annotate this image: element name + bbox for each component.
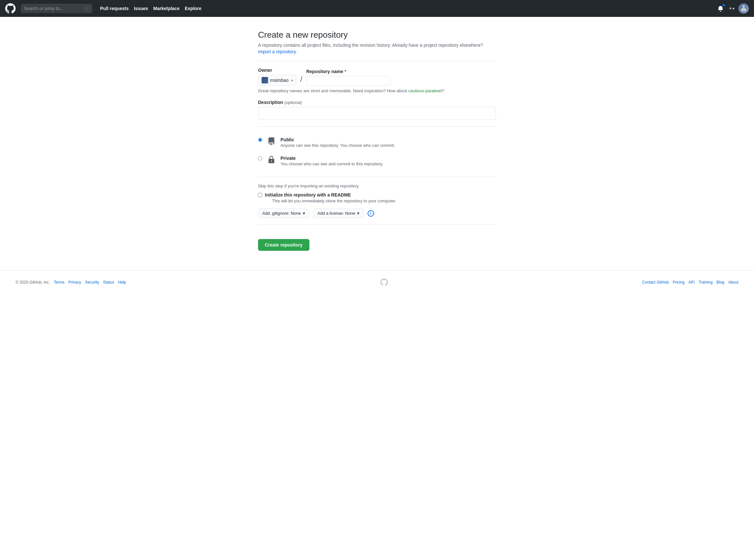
footer-status[interactable]: Status	[103, 280, 114, 284]
path-separator: /	[299, 75, 304, 86]
slash-key: /	[84, 5, 90, 12]
gitignore-label: Add .gitignore: None	[262, 211, 301, 216]
nav-explore[interactable]: Explore	[185, 6, 201, 11]
nav-links: Pull requests Issues Marketplace Explore	[100, 6, 201, 11]
owner-repo-row: Owner msimbao ▾ / Repository name*	[258, 67, 496, 86]
license-label: Add a license: None	[317, 211, 355, 216]
owner-dropdown[interactable]: msimbao ▾	[258, 75, 296, 86]
footer-right: Contact GitHub Pricing API Training Blog…	[642, 280, 738, 284]
subtitle: A repository contains all project files,…	[258, 43, 496, 48]
create-repository-button[interactable]: Create repository	[258, 239, 309, 251]
private-desc: You choose who can see and commit to thi…	[281, 161, 384, 166]
init-checkbox-content: Initialize this repository with a README…	[265, 192, 396, 203]
public-title: Public	[281, 137, 395, 142]
private-radio[interactable]	[258, 156, 262, 160]
owner-dropdown-arrow: ▾	[291, 79, 293, 82]
footer-security[interactable]: Security	[85, 280, 99, 284]
github-logo[interactable]	[5, 3, 16, 14]
footer-help[interactable]: Help	[118, 280, 126, 284]
footer-privacy[interactable]: Privacy	[68, 280, 81, 284]
init-section: Skip this step if you're importing an ex…	[258, 183, 496, 218]
public-radio[interactable]	[258, 138, 262, 142]
required-indicator: *	[345, 69, 346, 74]
nav-pull-requests[interactable]: Pull requests	[100, 6, 129, 11]
footer-center	[380, 278, 388, 286]
notifications-button[interactable]	[716, 4, 725, 13]
footer-api[interactable]: API	[688, 280, 695, 284]
info-icon[interactable]: i	[368, 210, 374, 217]
public-details: Public Anyone can see this repository. Y…	[281, 137, 395, 148]
nav-icons: +▾	[716, 3, 749, 14]
private-details: Private You choose who can see and commi…	[281, 156, 384, 166]
nav-marketplace[interactable]: Marketplace	[153, 6, 180, 11]
search-input[interactable]	[24, 6, 82, 11]
init-checkbox[interactable]	[258, 193, 262, 197]
owner-group: Owner msimbao ▾	[258, 67, 296, 86]
main-content: Create a new repository A repository con…	[250, 30, 504, 251]
init-checkbox-sublabel: This will let you immediately clone the …	[265, 198, 396, 203]
footer-logo	[380, 278, 388, 286]
avatar[interactable]	[738, 3, 749, 14]
public-option[interactable]: Public Anyone can see this repository. Y…	[258, 133, 496, 152]
dropdown-row: Add .gitignore: None ▾ Add a license: No…	[258, 208, 496, 218]
footer-left: © 2020 GitHub, Inc. Terms Privacy Securi…	[16, 280, 126, 284]
visibility-section: Public Anyone can see this repository. Y…	[258, 133, 496, 170]
page-title: Create a new repository	[258, 30, 496, 40]
license-dropdown[interactable]: Add a license: None ▾	[313, 208, 364, 218]
repo-name-group: Repository name*	[306, 69, 391, 86]
init-checkbox-row: Initialize this repository with a README…	[258, 192, 496, 203]
init-checkbox-label[interactable]: Initialize this repository with a README	[265, 192, 351, 198]
footer-links: Terms Privacy Security Status Help	[54, 280, 126, 284]
public-desc: Anyone can see this repository. You choo…	[281, 143, 395, 148]
new-menu-button[interactable]: +▾	[728, 4, 736, 13]
footer-training[interactable]: Training	[699, 280, 713, 284]
footer-blog[interactable]: Blog	[717, 280, 724, 284]
public-icon	[266, 137, 276, 147]
nav-issues[interactable]: Issues	[134, 6, 148, 11]
description-group: Description (optional)	[258, 100, 496, 120]
footer-contact[interactable]: Contact GitHub	[642, 280, 669, 284]
license-arrow: ▾	[357, 211, 360, 216]
footer-terms[interactable]: Terms	[54, 280, 65, 284]
gitignore-dropdown[interactable]: Add .gitignore: None ▾	[258, 208, 309, 218]
footer: © 2020 GitHub, Inc. Terms Privacy Securi…	[0, 270, 754, 294]
suggestion-text: Great repository names are short and mem…	[258, 88, 496, 93]
private-icon	[266, 156, 276, 166]
owner-avatar	[262, 77, 268, 83]
owner-name: msimbao	[270, 78, 289, 83]
gitignore-arrow: ▾	[303, 211, 305, 216]
description-input[interactable]	[258, 107, 496, 120]
owner-label: Owner	[258, 67, 296, 73]
repo-name-label: Repository name*	[306, 69, 391, 74]
footer-about[interactable]: About	[728, 280, 738, 284]
repo-name-input[interactable]	[306, 76, 391, 86]
suggestion-link[interactable]: cautious-parakeet	[408, 88, 442, 93]
private-title: Private	[281, 156, 384, 161]
import-link[interactable]: Import a repository.	[258, 49, 297, 54]
init-note: Skip this step if you're importing an ex…	[258, 183, 496, 188]
private-option[interactable]: Private You choose who can see and commi…	[258, 152, 496, 170]
search-bar[interactable]: /	[21, 4, 92, 13]
footer-pricing[interactable]: Pricing	[673, 280, 685, 284]
copyright: © 2020 GitHub, Inc.	[16, 280, 50, 284]
navbar: / Pull requests Issues Marketplace Explo…	[0, 0, 754, 17]
description-label: Description (optional)	[258, 100, 496, 105]
